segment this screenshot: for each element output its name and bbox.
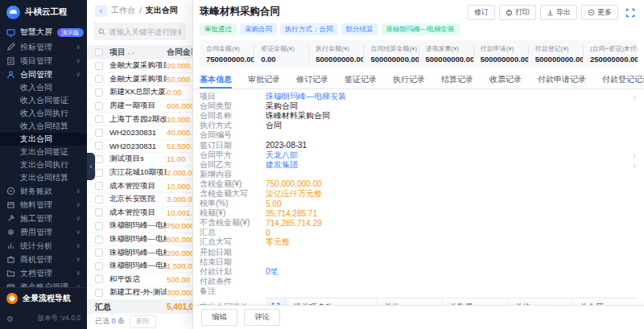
field-value[interactable]: 建发集团 xyxy=(266,159,631,171)
table-row[interactable]: 测试项目s 11.00 xyxy=(87,153,192,167)
sidebar-item-statistics[interactable]: 统计分析 ∨ xyxy=(0,239,87,253)
table-row[interactable]: WH20230831 51,500.00 xyxy=(87,140,192,154)
row-checkbox[interactable] xyxy=(95,75,103,83)
column-project: 项目▲▼ xyxy=(109,47,167,58)
breadcrumb-section[interactable]: 工作台 xyxy=(111,5,135,16)
print-button[interactable]: 打印 xyxy=(499,5,536,20)
row-checkbox[interactable] xyxy=(95,182,103,190)
row-checkbox[interactable] xyxy=(95,195,103,204)
table-row[interactable]: 北京长安医院 3,000.00 xyxy=(87,193,192,207)
table-row[interactable]: 新建工程-外-测试 300,000,000.00 xyxy=(87,286,192,300)
chevron-down-icon: ∨ xyxy=(76,256,80,263)
gear-icon[interactable]: ⚙ xyxy=(6,315,14,323)
stat-label: 合同金额(¥) xyxy=(206,44,247,53)
sidebar-item-fund-accounts[interactable]: 资金账户管理 ∨ xyxy=(0,280,87,287)
tab[interactable]: 审批记录 xyxy=(248,72,280,88)
sidebar-item-bidding[interactable]: 投标管理 ∨ xyxy=(0,40,87,54)
table-row[interactable]: 成本管控项目 10,000.00 xyxy=(87,179,192,193)
field-value[interactable]: 0笔 xyxy=(266,266,638,278)
comment-button[interactable]: 评论 xyxy=(244,309,280,326)
row-checkbox[interactable] xyxy=(95,236,103,244)
demo-badge: 演示版 xyxy=(57,28,84,37)
row-checkbox[interactable] xyxy=(95,289,103,297)
sidebar-item-documents[interactable]: 文档管理 ∨ xyxy=(0,266,87,280)
table-row[interactable]: 珠穆朗玛峰—电梯... 200,000,000.00 xyxy=(87,246,192,260)
gear-coin-icon xyxy=(6,228,15,236)
table-row[interactable]: 上海丁香园2期改造... 10,000.00 xyxy=(87,113,192,126)
chevron-right-icon[interactable]: › xyxy=(631,150,638,160)
sidebar-item-business[interactable]: 商机管理 ∨ xyxy=(0,253,87,266)
table-row[interactable]: 滨江花城10期项目-... 2,000.00 xyxy=(87,167,192,180)
back-button[interactable]: ‹ xyxy=(95,5,107,17)
sidebar-item-label: 合同管理 xyxy=(20,69,71,80)
table-row[interactable]: 珠穆朗玛峰—电梯... 600,000,000.00 xyxy=(87,233,192,247)
row-checkbox[interactable] xyxy=(95,102,103,110)
sidebar-item-smart-screen[interactable]: 智慧大屏 演示版 › xyxy=(0,24,87,40)
sidebar-subitem-label: 收入合同结算 xyxy=(20,121,68,132)
stat-value: 500000000.00 xyxy=(426,55,467,64)
sidebar-subitem[interactable]: 收入合同签证 xyxy=(0,94,87,107)
table-row[interactable]: 珠穆朗玛峰—电梯... 750,000,000.00 xyxy=(87,220,192,233)
sidebar-collapse-handle[interactable]: ‹ xyxy=(87,153,95,180)
box-icon xyxy=(6,200,15,209)
table-row[interactable]: 新建XX总部大厦工... 0.00 xyxy=(87,86,192,100)
row-checkbox[interactable] xyxy=(95,169,103,177)
tab[interactable]: 修订记录 xyxy=(296,72,328,88)
sidebar-item-construction[interactable]: 施工管理 ∨ xyxy=(0,212,87,225)
status-badge: 采购合同 xyxy=(240,23,277,35)
tab[interactable]: 执行记录 xyxy=(393,72,425,88)
row-checkbox[interactable] xyxy=(95,115,103,123)
row-checkbox[interactable] xyxy=(95,249,103,257)
panorama-nav[interactable]: 全景流程导航 xyxy=(0,287,87,308)
sidebar-subitem[interactable]: 收入合同执行 xyxy=(0,107,87,120)
edit-button[interactable]: 编辑 xyxy=(201,309,237,326)
search-input[interactable] xyxy=(109,27,181,36)
revise-button[interactable]: 修订 xyxy=(468,5,495,20)
row-checkbox[interactable] xyxy=(95,208,103,216)
sidebar-item-expenses[interactable]: 费用管理 ∨ xyxy=(0,225,87,239)
sidebar-item-materials[interactable]: 物料管理 ∨ xyxy=(0,198,87,212)
sidebar-item-projects[interactable]: 项目管理 ∨ xyxy=(0,54,87,68)
table-row[interactable]: WH20230831 40,000.00 xyxy=(87,126,192,140)
table-row[interactable]: 金融大厦采购项目 20,000.00 xyxy=(87,60,192,73)
select-all-checkbox[interactable] xyxy=(95,48,103,56)
tab[interactable]: 结算记录 xyxy=(441,72,473,88)
tab[interactable]: 签证记录 xyxy=(345,72,377,88)
row-checkbox[interactable] xyxy=(95,129,103,137)
table-row[interactable]: 房建一期项目 606,000.00 xyxy=(87,100,192,113)
table-row[interactable]: 珠穆朗玛峰—电梯... 1,500,000,000.00 xyxy=(87,260,192,273)
row-checkbox[interactable] xyxy=(95,275,103,283)
tab[interactable]: 付款登记记录 xyxy=(602,72,644,88)
export-button[interactable]: 导出 xyxy=(540,5,577,20)
row-checkbox[interactable] xyxy=(95,222,103,230)
sort-icon[interactable]: ▲▼ xyxy=(127,51,135,55)
row-project-name: WH20230831 xyxy=(109,142,167,150)
sidebar-item-finance[interactable]: 财务账款 ∨ xyxy=(0,184,87,198)
row-checkbox[interactable] xyxy=(95,88,103,97)
table-row[interactable]: 金融大厦采购项目 50,000.00 xyxy=(87,73,192,87)
tab[interactable]: 基本信息 xyxy=(200,72,232,88)
row-checkbox[interactable] xyxy=(95,142,103,150)
table-row[interactable]: 和平饭店 500.00 xyxy=(87,273,192,287)
sidebar-subitem[interactable]: 支出合同结算 xyxy=(0,171,87,184)
stat-cell: 付款申请(¥) 500000000.00 xyxy=(473,44,528,64)
sidebar-item-contracts[interactable]: 合同管理 ∨ xyxy=(0,68,87,81)
row-checkbox[interactable] xyxy=(95,62,103,70)
stat-value: 250000000.00 xyxy=(590,55,631,64)
tab[interactable]: 付款申请记录 xyxy=(538,72,586,88)
more-button[interactable]: 更多 xyxy=(581,5,618,20)
sheet-expand-icon[interactable] xyxy=(266,298,287,305)
row-checkbox[interactable] xyxy=(95,262,103,270)
sidebar-subitem[interactable]: 支出合同 xyxy=(0,133,87,146)
row-checkbox[interactable] xyxy=(95,155,103,163)
fullscreen-button[interactable] xyxy=(622,5,638,20)
sidebar-subitem[interactable]: 收入合同结算 xyxy=(0,120,87,133)
table-row[interactable]: 成本管控项目 10,001.00 xyxy=(87,207,192,220)
sidebar-subitem[interactable]: 支出合同签证 xyxy=(0,146,87,158)
delete-button[interactable]: 删除 xyxy=(130,315,156,328)
sidebar-subitem[interactable]: 支出合同执行 xyxy=(0,158,87,171)
chevron-right-icon[interactable]: › xyxy=(631,160,638,170)
sidebar-subitem[interactable]: 收入合同 xyxy=(0,81,87,94)
tab[interactable]: 收票记录 xyxy=(489,72,522,88)
stat-cell: 付款登记(¥) 500000000.00 xyxy=(528,44,583,64)
